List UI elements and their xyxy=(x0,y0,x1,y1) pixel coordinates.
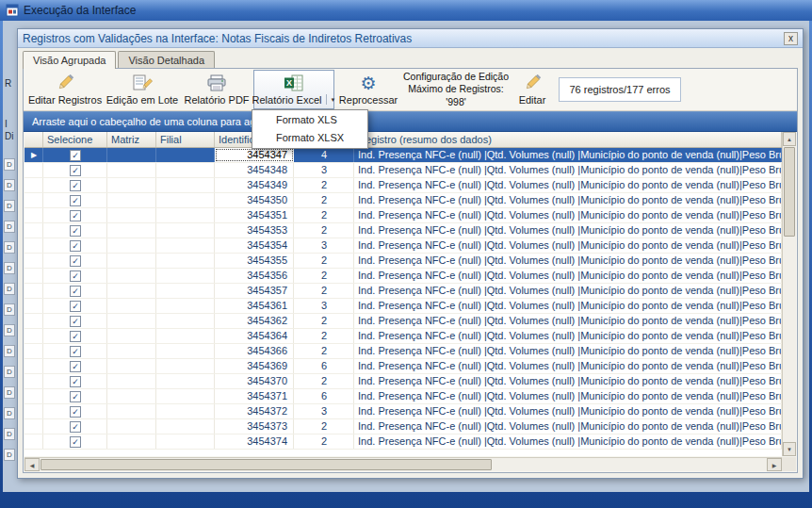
row-checkbox[interactable]: ✓ xyxy=(70,346,81,357)
header-filial[interactable]: Filial xyxy=(156,132,215,147)
table-row[interactable]: ✓ 3454372 3 Ind. Presença NFC-e (null) |… xyxy=(24,404,782,419)
table-row[interactable]: ✓ 3454356 2 Ind. Presença NFC-e (null) |… xyxy=(24,269,782,284)
row-identificador[interactable]: 3454366 xyxy=(215,344,294,358)
row-identificador[interactable]: 3454370 xyxy=(215,374,294,388)
editar-registros-button[interactable]: Editar Registros xyxy=(27,70,103,109)
header-matriz[interactable]: Matriz xyxy=(107,132,156,147)
row-select-cell[interactable]: ✓ xyxy=(43,389,107,403)
row-select-cell[interactable]: ✓ xyxy=(43,434,107,449)
menu-item-formato-xlsx[interactable]: Formato XLSX xyxy=(253,129,366,147)
row-checkbox[interactable]: ✓ xyxy=(70,436,81,448)
table-row[interactable]: ✓ 3454355 2 Ind. Presença NFC-e (null) |… xyxy=(24,254,782,269)
row-identificador[interactable]: 3454353 xyxy=(215,223,294,238)
horizontal-scroll-thumb[interactable] xyxy=(41,459,492,470)
row-checkbox[interactable]: ✓ xyxy=(70,150,81,161)
menu-item-formato-xls[interactable]: Formato XLS xyxy=(253,111,366,129)
table-row[interactable]: ✓ 3454348 3 Ind. Presença NFC-e (null) |… xyxy=(24,163,782,178)
row-select-cell[interactable]: ✓ xyxy=(43,359,107,373)
row-checkbox[interactable]: ✓ xyxy=(70,421,81,433)
scroll-left-button[interactable]: ◀ xyxy=(24,458,40,471)
row-checkbox[interactable]: ✓ xyxy=(70,331,81,342)
relatorio-pdf-button[interactable]: Relatório PDF xyxy=(182,70,252,109)
table-row[interactable]: ✓ 3454361 3 Ind. Presença NFC-e (null) |… xyxy=(24,299,782,314)
row-select-cell[interactable]: ✓ xyxy=(43,284,107,298)
scroll-down-button[interactable]: ▼ xyxy=(783,442,796,456)
row-identificador[interactable]: 3454348 xyxy=(215,163,294,177)
row-identificador[interactable]: 3454374 xyxy=(215,434,294,449)
table-row[interactable]: ✓ 3454369 6 Ind. Presença NFC-e (null) |… xyxy=(24,359,782,374)
chevron-down-icon[interactable]: ▼ xyxy=(331,97,336,103)
scroll-right-button[interactable]: ▶ xyxy=(767,458,782,471)
row-select-cell[interactable]: ✓ xyxy=(43,374,107,388)
row-identificador[interactable]: 3454354 xyxy=(215,238,294,253)
table-row[interactable]: ✓ 3454353 2 Ind. Presença NFC-e (null) |… xyxy=(24,223,782,238)
table-row[interactable]: ✓ 3454349 2 Ind. Presença NFC-e (null) |… xyxy=(24,178,782,193)
row-checkbox[interactable]: ✓ xyxy=(70,240,81,252)
vertical-scrollbar[interactable]: ▲ ▼ xyxy=(782,132,796,456)
row-select-cell[interactable]: ✓ xyxy=(43,314,107,328)
table-row[interactable]: ✓ 3454350 2 Ind. Presença NFC-e (null) |… xyxy=(24,193,782,208)
row-select-cell[interactable]: ✓ xyxy=(43,193,107,207)
tab-visao-agrupada[interactable]: Visão Agrupada xyxy=(23,51,116,69)
row-identificador[interactable]: 3454364 xyxy=(215,329,294,343)
row-checkbox[interactable]: ✓ xyxy=(70,270,81,282)
relatorio-excel-button[interactable]: X Relatório Excel ▼ xyxy=(253,70,334,109)
row-identificador[interactable]: 3454347 xyxy=(215,148,294,162)
editar-button[interactable]: Editar xyxy=(513,70,551,109)
row-identificador[interactable]: 3454369 xyxy=(215,359,294,373)
table-row[interactable]: ✓ 3454364 2 Ind. Presença NFC-e (null) |… xyxy=(24,329,782,344)
row-select-cell[interactable]: ✓ xyxy=(43,223,107,238)
table-row[interactable]: ✓ 3454366 2 Ind. Presença NFC-e (null) |… xyxy=(24,344,782,359)
row-select-cell[interactable]: ✓ xyxy=(43,269,107,283)
row-checkbox[interactable]: ✓ xyxy=(70,301,81,312)
row-select-cell[interactable]: ✓ xyxy=(43,238,107,253)
table-row[interactable]: ✓ 3454354 3 Ind. Presença NFC-e (null) |… xyxy=(24,238,782,254)
row-checkbox[interactable]: ✓ xyxy=(70,391,81,402)
row-checkbox[interactable]: ✓ xyxy=(70,165,81,176)
row-identificador[interactable]: 3454350 xyxy=(215,193,294,207)
row-checkbox[interactable]: ✓ xyxy=(70,406,81,418)
table-row[interactable]: ✓ 3454357 2 Ind. Presença NFC-e (null) |… xyxy=(24,284,782,299)
table-row[interactable]: ▶ ✓ 3454347 4 Ind. Presença NFC-e (null)… xyxy=(24,148,782,163)
row-select-cell[interactable]: ✓ xyxy=(43,163,107,177)
row-identificador[interactable]: 3454361 xyxy=(215,299,294,313)
row-checkbox[interactable]: ✓ xyxy=(70,225,81,237)
row-identificador[interactable]: 3454355 xyxy=(215,254,294,268)
row-select-cell[interactable]: ✓ xyxy=(43,329,107,343)
row-select-cell[interactable]: ✓ xyxy=(43,299,107,313)
row-select-cell[interactable]: ✓ xyxy=(43,148,107,162)
close-button[interactable]: x xyxy=(784,32,798,45)
row-identificador[interactable]: 3454371 xyxy=(215,389,294,403)
row-select-cell[interactable]: ✓ xyxy=(43,419,107,434)
row-identificador[interactable]: 3454362 xyxy=(215,314,294,328)
vertical-scroll-thumb[interactable] xyxy=(784,147,795,237)
group-by-bar[interactable]: Arraste aqui o cabeçalho de uma coluna p… xyxy=(24,111,797,132)
row-identificador[interactable]: 3454373 xyxy=(215,419,294,434)
row-checkbox[interactable]: ✓ xyxy=(70,286,81,297)
horizontal-scroll-track[interactable] xyxy=(40,458,767,471)
row-identificador[interactable]: 3454356 xyxy=(215,269,294,283)
row-checkbox[interactable]: ✓ xyxy=(70,195,81,206)
table-row[interactable]: ✓ 3454351 2 Ind. Presença NFC-e (null) |… xyxy=(24,208,782,223)
row-checkbox[interactable]: ✓ xyxy=(70,180,81,191)
row-identificador[interactable]: 3454357 xyxy=(215,284,294,298)
table-row[interactable]: ✓ 3454370 2 Ind. Presença NFC-e (null) |… xyxy=(24,374,782,389)
row-select-cell[interactable]: ✓ xyxy=(43,208,107,222)
row-checkbox[interactable]: ✓ xyxy=(70,255,81,267)
header-selecione[interactable]: Selecione xyxy=(43,132,107,147)
row-identificador[interactable]: 3454349 xyxy=(215,178,294,192)
table-row[interactable]: ✓ 3454373 2 Ind. Presença NFC-e (null) |… xyxy=(24,419,782,434)
table-row[interactable]: ✓ 3454371 6 Ind. Presença NFC-e (null) |… xyxy=(24,389,782,404)
row-select-cell[interactable]: ✓ xyxy=(43,404,107,418)
row-select-cell[interactable]: ✓ xyxy=(43,344,107,358)
reprocessar-button[interactable]: ⚙ Reprocessar xyxy=(336,70,400,109)
table-row[interactable]: ✓ 3454374 2 Ind. Presença NFC-e (null) |… xyxy=(24,434,782,450)
row-checkbox[interactable]: ✓ xyxy=(70,316,81,327)
row-checkbox[interactable]: ✓ xyxy=(70,210,81,221)
row-select-cell[interactable]: ✓ xyxy=(43,254,107,268)
scroll-up-button[interactable]: ▲ xyxy=(783,132,796,146)
table-row[interactable]: ✓ 3454362 2 Ind. Presença NFC-e (null) |… xyxy=(24,314,782,329)
row-checkbox[interactable]: ✓ xyxy=(70,361,81,372)
row-identificador[interactable]: 3454351 xyxy=(215,208,294,222)
row-checkbox[interactable]: ✓ xyxy=(70,376,81,387)
